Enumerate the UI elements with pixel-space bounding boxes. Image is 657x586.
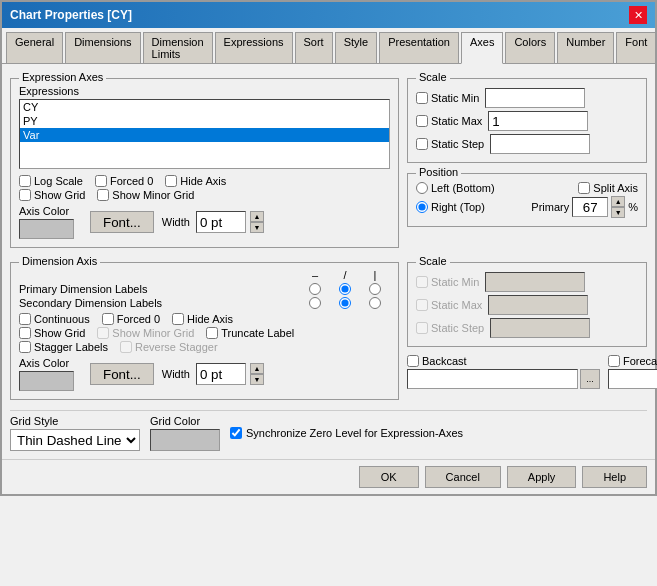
axis-color-expr-swatch[interactable] [19, 219, 74, 239]
reverse-stagger-checkbox[interactable] [120, 341, 132, 353]
width-dim-down[interactable]: ▼ [250, 374, 264, 385]
stagger-labels-checkbox-label[interactable]: Stagger Labels [19, 341, 108, 353]
forecast-checkbox-label[interactable]: Forecast [608, 355, 657, 367]
show-minor-grid-expr-checkbox[interactable] [97, 189, 109, 201]
tab-style[interactable]: Style [335, 32, 377, 63]
apply-button[interactable]: Apply [507, 466, 577, 488]
split-axis-checkbox-label[interactable]: Split Axis [578, 182, 638, 194]
expressions-listbox[interactable]: CY PY Var [19, 99, 390, 169]
log-scale-checkbox[interactable] [19, 175, 31, 187]
primary-input[interactable] [572, 197, 608, 217]
static-min-expr-checkbox-label[interactable]: Static Min [416, 92, 479, 104]
listbox-item-var[interactable]: Var [20, 128, 389, 142]
width-expr-input[interactable] [196, 211, 246, 233]
stagger-labels-checkbox[interactable] [19, 341, 31, 353]
tab-sort[interactable]: Sort [295, 32, 333, 63]
bar-header: | [360, 269, 390, 281]
continuous-checkbox-label[interactable]: Continuous [19, 313, 90, 325]
hide-axis-dim-checkbox-label[interactable]: Hide Axis [172, 313, 233, 325]
static-step-dim-checkbox-label[interactable]: Static Step [416, 322, 484, 334]
truncate-label-checkbox-label[interactable]: Truncate Label [206, 327, 294, 339]
forced-0-checkbox-label[interactable]: Forced 0 [95, 175, 153, 187]
grid-style-select[interactable]: Thin Dashed Line Dashed Line Solid Line … [10, 429, 140, 451]
forced-0-dim-checkbox[interactable] [102, 313, 114, 325]
hide-axis-checkbox-label[interactable]: Hide Axis [165, 175, 226, 187]
forced-0-dim-checkbox-label[interactable]: Forced 0 [102, 313, 160, 325]
tab-number[interactable]: Number [557, 32, 614, 63]
font-expr-button[interactable]: Font... [90, 211, 154, 233]
static-max-dim-checkbox-label[interactable]: Static Max [416, 299, 482, 311]
static-step-dim-checkbox[interactable] [416, 322, 428, 334]
static-step-dim-input [490, 318, 590, 338]
static-step-expr-checkbox[interactable] [416, 138, 428, 150]
ok-button[interactable]: OK [359, 466, 419, 488]
backcast-input[interactable] [407, 369, 578, 389]
static-max-expr-input[interactable] [488, 111, 588, 131]
static-min-expr-checkbox[interactable] [416, 92, 428, 104]
primary-dim-dash-radio[interactable] [309, 283, 321, 295]
forecast-input[interactable] [608, 369, 657, 389]
split-axis-checkbox[interactable] [578, 182, 590, 194]
tab-dimensions[interactable]: Dimensions [65, 32, 140, 63]
show-minor-grid-dim-checkbox-label[interactable]: Show Minor Grid [97, 327, 194, 339]
left-bottom-radio-label[interactable]: Left (Bottom) [416, 182, 495, 194]
truncate-label-checkbox[interactable] [206, 327, 218, 339]
width-dim-input[interactable] [196, 363, 246, 385]
tab-presentation[interactable]: Presentation [379, 32, 459, 63]
width-expr-label: Width [162, 216, 190, 228]
cancel-button[interactable]: Cancel [425, 466, 501, 488]
right-top-radio-label[interactable]: Right (Top) [416, 201, 485, 213]
show-grid-expr-checkbox[interactable] [19, 189, 31, 201]
static-min-dim-checkbox-label[interactable]: Static Min [416, 276, 479, 288]
hide-axis-checkbox[interactable] [165, 175, 177, 187]
static-max-expr-checkbox-label[interactable]: Static Max [416, 115, 482, 127]
primary-dim-bar-radio[interactable] [369, 283, 381, 295]
show-minor-grid-dim-checkbox[interactable] [97, 327, 109, 339]
static-max-expr-checkbox[interactable] [416, 115, 428, 127]
hide-axis-dim-checkbox[interactable] [172, 313, 184, 325]
right-top-radio[interactable] [416, 201, 428, 213]
show-grid-dim-checkbox[interactable] [19, 327, 31, 339]
close-button[interactable]: ✕ [629, 6, 647, 24]
width-expr-down[interactable]: ▼ [250, 222, 264, 233]
secondary-dim-slash-radio[interactable] [339, 297, 351, 309]
show-grid-dim-checkbox-label[interactable]: Show Grid [19, 327, 85, 339]
forecast-checkbox[interactable] [608, 355, 620, 367]
static-step-expr-checkbox-label[interactable]: Static Step [416, 138, 484, 150]
secondary-dim-dash-radio[interactable] [309, 297, 321, 309]
static-min-expr-input[interactable] [485, 88, 585, 108]
tab-general[interactable]: General [6, 32, 63, 63]
primary-dim-slash-radio[interactable] [339, 283, 351, 295]
primary-down[interactable]: ▼ [611, 207, 625, 218]
reverse-stagger-checkbox-label[interactable]: Reverse Stagger [120, 341, 218, 353]
axis-color-dim-swatch[interactable] [19, 371, 74, 391]
tab-axes[interactable]: Axes [461, 32, 503, 64]
backcast-checkbox[interactable] [407, 355, 419, 367]
tab-colors[interactable]: Colors [505, 32, 555, 63]
listbox-item-py[interactable]: PY [20, 114, 389, 128]
log-scale-checkbox-label[interactable]: Log Scale [19, 175, 83, 187]
backcast-browse-button[interactable]: ... [580, 369, 600, 389]
static-min-dim-checkbox[interactable] [416, 276, 428, 288]
listbox-item-cy[interactable]: CY [20, 100, 389, 114]
font-dim-button[interactable]: Font... [90, 363, 154, 385]
width-expr-up[interactable]: ▲ [250, 211, 264, 222]
left-bottom-radio[interactable] [416, 182, 428, 194]
sync-checkbox[interactable] [230, 427, 242, 439]
sync-checkbox-label[interactable]: Synchronize Zero Level for Expression-Ax… [230, 427, 647, 439]
static-step-expr-input[interactable] [490, 134, 590, 154]
forced-0-checkbox[interactable] [95, 175, 107, 187]
static-max-dim-checkbox[interactable] [416, 299, 428, 311]
show-minor-grid-expr-checkbox-label[interactable]: Show Minor Grid [97, 189, 194, 201]
show-grid-expr-checkbox-label[interactable]: Show Grid [19, 189, 85, 201]
width-dim-up[interactable]: ▲ [250, 363, 264, 374]
tab-expressions[interactable]: Expressions [215, 32, 293, 63]
primary-up[interactable]: ▲ [611, 196, 625, 207]
tab-dimension-limits[interactable]: Dimension Limits [143, 32, 213, 63]
secondary-dim-bar-radio[interactable] [369, 297, 381, 309]
backcast-checkbox-label[interactable]: Backcast [407, 355, 600, 367]
help-button[interactable]: Help [582, 466, 647, 488]
continuous-checkbox[interactable] [19, 313, 31, 325]
tab-font[interactable]: Font [616, 32, 656, 63]
grid-color-swatch[interactable] [150, 429, 220, 451]
